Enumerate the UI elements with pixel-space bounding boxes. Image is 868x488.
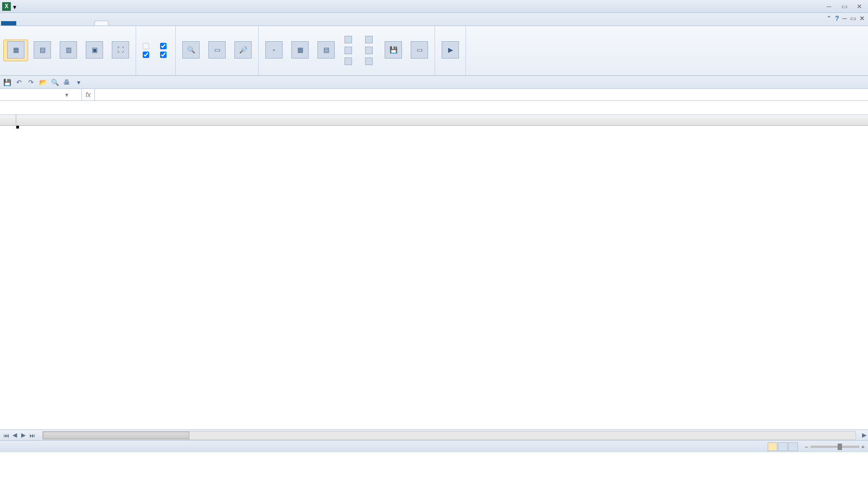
page-layout-button[interactable]: ▤: [30, 40, 54, 61]
formula-bar: ▾ fx: [0, 89, 868, 101]
status-bar: − +: [0, 440, 868, 452]
fx-button[interactable]: fx: [82, 89, 95, 100]
zoom-out-button[interactable]: −: [805, 444, 808, 450]
preview-icon[interactable]: 🔍: [50, 78, 60, 87]
switch-window-button[interactable]: ▭: [407, 40, 431, 61]
tab-nav-last[interactable]: ⏭: [28, 432, 36, 439]
unhide-button[interactable]: [342, 56, 356, 66]
zoomsel-icon: 🔎: [234, 41, 252, 59]
zoom-slider[interactable]: [810, 446, 859, 448]
hide-button[interactable]: [342, 46, 356, 55]
page-layout-view-icon[interactable]: [778, 442, 788, 451]
redo-icon[interactable]: ↷: [26, 78, 36, 87]
split-icon: [344, 36, 352, 43]
arrange-icon: ▦: [291, 41, 309, 59]
page-icon: ▤: [34, 41, 51, 59]
hide-icon: [344, 47, 352, 54]
print-icon[interactable]: 🖶: [62, 78, 72, 87]
reset-icon: [365, 57, 373, 65]
formula-bar-expand[interactable]: [0, 101, 868, 115]
tab-layout[interactable]: [42, 21, 55, 25]
formula-bar-checkbox[interactable]: [160, 43, 169, 49]
reset-position-button[interactable]: [363, 56, 377, 66]
horizontal-scrollbar[interactable]: [42, 431, 856, 440]
headings-checkbox[interactable]: [160, 52, 169, 58]
fill-handle[interactable]: [16, 126, 19, 129]
tab-nav-first[interactable]: ⏮: [2, 432, 10, 439]
normal-view-button[interactable]: ▦: [3, 40, 28, 61]
qat-more-icon[interactable]: ▾: [74, 78, 84, 87]
grid-icon: ▦: [7, 41, 24, 59]
group-label: [139, 73, 172, 74]
pagebreak-icon: ▥: [60, 41, 77, 59]
tab-nav-prev[interactable]: ◀: [11, 432, 18, 439]
group-label: [3, 73, 132, 74]
tab-nav-next[interactable]: ▶: [20, 432, 27, 439]
custom-views-button[interactable]: ▣: [82, 40, 106, 61]
save-ws-icon: 💾: [385, 41, 402, 59]
restore-button[interactable]: ▭: [838, 2, 851, 11]
scrollbar-thumb[interactable]: [43, 432, 189, 439]
help-icon[interactable]: ?: [835, 15, 839, 22]
tab-home[interactable]: [16, 21, 29, 25]
sync-scroll-button[interactable]: [363, 46, 377, 55]
unhide-icon: [344, 57, 352, 65]
tab-file[interactable]: [1, 21, 16, 25]
group-label: [179, 73, 255, 74]
group-label: [262, 73, 431, 74]
macros-icon: ▶: [442, 41, 459, 59]
ruler-checkbox[interactable]: [143, 43, 151, 49]
side-by-side-button[interactable]: [363, 35, 377, 44]
qat-dropdown[interactable]: ▾: [13, 3, 20, 10]
workbook-minimize-icon[interactable]: ─: [842, 15, 847, 22]
zoom-icon: 🔍: [182, 41, 200, 59]
undo-icon[interactable]: ↶: [14, 78, 24, 87]
freeze-button[interactable]: ▤: [314, 40, 338, 61]
zoom-thumb[interactable]: [838, 444, 842, 450]
sync-icon: [365, 47, 373, 54]
arrange-button[interactable]: ▦: [288, 40, 312, 61]
grid[interactable]: [16, 126, 868, 429]
close-button[interactable]: ✕: [853, 2, 866, 11]
save-icon[interactable]: 💾: [2, 78, 12, 87]
side-icon: [365, 36, 373, 43]
sheet-tabs-bar: ⏮ ◀ ▶ ⏭ ▶: [0, 429, 868, 440]
minimize-ribbon-icon[interactable]: ⌃: [826, 15, 832, 22]
ribbon-tabs: ⌃ ? ─ ▭ ✕: [0, 13, 868, 26]
minimize-button[interactable]: ─: [822, 2, 835, 11]
split-button[interactable]: [342, 35, 356, 44]
full-screen-button[interactable]: ⛶: [108, 40, 132, 61]
zoom-button[interactable]: 🔍: [179, 40, 203, 61]
sheet-area: [0, 115, 868, 429]
formula-input[interactable]: [95, 89, 868, 100]
tab-review[interactable]: [81, 21, 94, 25]
page-break-button[interactable]: ▥: [56, 40, 80, 61]
excel-icon: X: [2, 2, 11, 11]
title-bar: X ▾ ─ ▭ ✕: [0, 0, 868, 13]
open-icon[interactable]: 📂: [38, 78, 48, 87]
zoom-in-button[interactable]: +: [861, 444, 865, 450]
gridlines-checkbox[interactable]: [143, 52, 151, 58]
tab-view[interactable]: [94, 21, 108, 25]
select-all-corner[interactable]: [0, 115, 16, 126]
column-headers[interactable]: [16, 115, 868, 126]
zoom-selection-button[interactable]: 🔎: [231, 40, 255, 61]
name-box-dropdown[interactable]: ▾: [63, 91, 71, 99]
switch-icon: ▭: [411, 41, 428, 59]
page-break-view-icon[interactable]: [788, 442, 798, 451]
save-workspace-button[interactable]: 💾: [381, 40, 405, 61]
cell-selection: [16, 126, 18, 128]
zoom100-icon: ▭: [208, 41, 226, 59]
workbook-close-icon[interactable]: ✕: [859, 15, 865, 22]
zoom-100-button[interactable]: ▭: [205, 40, 229, 61]
workbook-restore-icon[interactable]: ▭: [850, 15, 856, 22]
scroll-right[interactable]: ▶: [860, 432, 868, 439]
tab-data[interactable]: [68, 21, 81, 25]
normal-view-icon[interactable]: [768, 442, 777, 451]
new-window-button[interactable]: ▫: [262, 40, 286, 61]
macros-button[interactable]: ▶: [438, 40, 462, 61]
ribbon: ▦ ▤ ▥ ▣ ⛶ 🔍 ▭ 🔎 ▫: [0, 26, 868, 76]
tab-insert[interactable]: [29, 21, 42, 25]
tab-formulas[interactable]: [55, 21, 68, 25]
window-icon: ▫: [265, 41, 283, 59]
